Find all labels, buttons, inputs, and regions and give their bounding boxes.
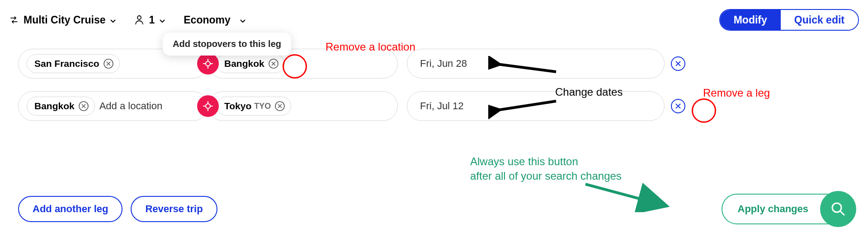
date-input[interactable]: Fri, Jul 12 xyxy=(407,91,665,121)
destination-input[interactable]: Tokyo TYO xyxy=(208,91,398,121)
remove-leg-button[interactable] xyxy=(671,99,685,113)
svg-point-2 xyxy=(206,61,210,66)
svg-point-5 xyxy=(206,104,210,108)
annotation-line: Always use this button xyxy=(470,155,578,167)
trip-type-label: Multi City Cruise xyxy=(24,14,105,26)
location-chip: Bangkok xyxy=(27,97,95,116)
location-chip: Bangkok xyxy=(217,54,285,73)
leg-row: Bangkok Add a location Tokyo TYO xyxy=(18,91,850,121)
remove-leg-button[interactable] xyxy=(671,56,685,71)
edit-mode-toggle: Modify Quick edit xyxy=(719,9,859,31)
annotation-apply-hint: Always use this button after all of your… xyxy=(470,154,622,184)
location-chip: San Francisco xyxy=(27,54,120,73)
person-icon xyxy=(134,15,144,25)
date-value: Fri, Jun 28 xyxy=(420,58,467,70)
destination-input[interactable]: Bangkok xyxy=(208,49,398,79)
chevron-down-icon xyxy=(240,14,246,26)
chevron-down-icon xyxy=(110,14,116,26)
apply-label: Apply changes xyxy=(738,203,808,215)
search-fab[interactable] xyxy=(820,191,856,227)
remove-chip-icon[interactable] xyxy=(103,58,114,69)
origin-input[interactable]: San Francisco xyxy=(18,49,208,79)
chip-label: San Francisco xyxy=(34,58,99,69)
trip-type-select[interactable]: Multi City Cruise xyxy=(9,14,116,26)
date-value: Fri, Jul 12 xyxy=(420,100,464,112)
tooltip-text: Add stopovers to this leg xyxy=(173,39,281,49)
chevron-down-icon xyxy=(159,14,165,26)
reverse-trip-button[interactable]: Reverse trip xyxy=(131,196,217,222)
cabin-class-label: Economy xyxy=(184,14,231,26)
chip-sub: TYO xyxy=(254,102,271,111)
location-chip: Tokyo TYO xyxy=(217,97,291,116)
origin-input[interactable]: Bangkok Add a location xyxy=(18,91,208,121)
cabin-class-select[interactable]: Economy xyxy=(184,14,246,26)
multi-city-icon xyxy=(9,15,19,25)
remove-chip-icon[interactable] xyxy=(268,58,279,69)
topbar: Multi City Cruise 1 Economy Modify Quick… xyxy=(0,0,868,31)
remove-chip-icon[interactable] xyxy=(78,101,89,112)
remove-chip-icon[interactable] xyxy=(274,101,285,112)
add-location-placeholder: Add a location xyxy=(99,100,162,112)
quick-edit-button[interactable]: Quick edit xyxy=(781,10,858,30)
pax-count: 1 xyxy=(149,14,155,26)
pax-select[interactable]: 1 xyxy=(134,14,165,26)
legs-container: San Francisco Bangkok xyxy=(0,49,868,121)
leg-row: San Francisco Bangkok xyxy=(18,49,850,79)
svg-point-0 xyxy=(137,16,141,19)
add-leg-button[interactable]: Add another leg xyxy=(18,196,123,222)
chip-label: Bangkok xyxy=(34,101,75,112)
swap-stopover-button[interactable] xyxy=(197,53,219,74)
date-input[interactable]: Fri, Jun 28 xyxy=(407,49,665,79)
chip-label: Tokyo xyxy=(224,101,251,112)
swap-stopover-button[interactable] xyxy=(197,95,219,117)
chip-label: Bangkok xyxy=(224,58,264,69)
apply-changes-button[interactable]: Apply changes xyxy=(722,194,850,224)
annotation-line: after all of your search changes xyxy=(470,170,622,182)
modify-button[interactable]: Modify xyxy=(720,10,781,30)
bottom-bar: Add another leg Reverse trip Apply chang… xyxy=(18,194,850,224)
